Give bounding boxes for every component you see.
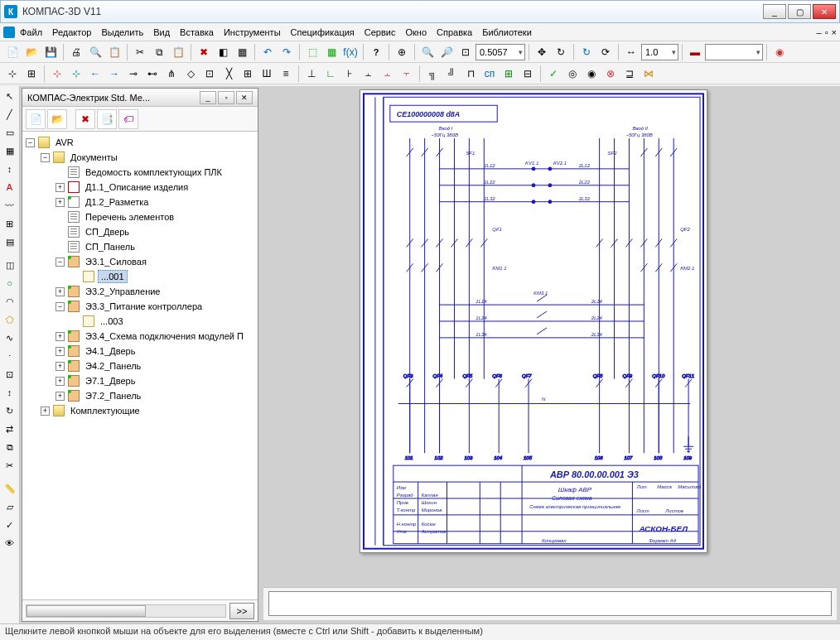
- print-icon[interactable]: 🖨: [67, 43, 85, 61]
- mdi-min-icon[interactable]: –: [817, 27, 822, 37]
- step-icon[interactable]: ↔: [622, 43, 640, 61]
- mdi-close-icon[interactable]: ×: [832, 27, 837, 37]
- back-icon[interactable]: ←: [86, 65, 104, 83]
- dim-f-icon[interactable]: ⫟: [398, 65, 416, 83]
- dim-e-icon[interactable]: ⫠: [379, 65, 397, 83]
- lib-icon[interactable]: ⬚: [303, 43, 321, 61]
- maximize-button[interactable]: ▢: [788, 4, 811, 19]
- panel-close-icon[interactable]: ✕: [236, 91, 253, 104]
- state-icon[interactable]: ◉: [770, 43, 789, 61]
- ck-b-icon[interactable]: ◎: [563, 65, 582, 83]
- rect-icon[interactable]: ▭: [2, 124, 18, 141]
- snap-h-icon[interactable]: Ш: [258, 65, 276, 83]
- menu-select[interactable]: Выделить: [96, 26, 148, 39]
- tree-item[interactable]: Э3.4_Схема подключения модулей П: [83, 330, 246, 342]
- move-icon[interactable]: ↕: [2, 384, 18, 401]
- tag-icon[interactable]: 🏷: [118, 109, 138, 129]
- tree-docs[interactable]: Документы: [68, 152, 120, 163]
- menu-window[interactable]: Окно: [400, 26, 432, 39]
- text-icon[interactable]: A: [2, 179, 18, 195]
- snap-b-icon[interactable]: ⊷: [143, 65, 162, 83]
- ptr-icon[interactable]: ↖: [2, 88, 18, 104]
- line-icon[interactable]: ╱: [2, 106, 18, 123]
- redo-icon[interactable]: ↷: [278, 43, 296, 61]
- menu-edit[interactable]: Редактор: [47, 26, 96, 39]
- menu-libraries[interactable]: Библиотеки: [477, 26, 537, 39]
- tree-root[interactable]: AVR: [53, 137, 76, 148]
- tree-item[interactable]: Перечень элементов: [83, 211, 176, 223]
- el-d-icon[interactable]: сп: [480, 65, 499, 83]
- project-tree[interactable]: −AVR −Документы Ведомость комплектующих …: [22, 132, 258, 599]
- snap-g-icon[interactable]: ⊞: [239, 65, 257, 83]
- close-button[interactable]: ✕: [813, 4, 836, 19]
- mirror-icon[interactable]: ⇄: [2, 421, 18, 437]
- proj-icon[interactable]: ⊡: [2, 366, 18, 383]
- snap-c-icon[interactable]: ⋔: [162, 65, 181, 83]
- command-input[interactable]: [268, 591, 832, 616]
- tree-item[interactable]: Д1.2_Разметка: [83, 196, 151, 208]
- tree-item[interactable]: Д1.1_Описание изделия: [83, 181, 191, 193]
- menu-tools[interactable]: Инструменты: [219, 26, 286, 39]
- layer-combo[interactable]: [705, 44, 763, 60]
- doc-icon[interactable]: 📋: [105, 43, 123, 61]
- check-icon[interactable]: ✓: [2, 517, 18, 533]
- el-a-icon[interactable]: ╗: [423, 65, 442, 83]
- el-e-icon[interactable]: ⊞: [500, 65, 518, 83]
- paste-icon[interactable]: 📋: [169, 43, 187, 61]
- canvas[interactable]: СЕ100000008 d8А Ввод I ~50Гц 380В Ввод I…: [260, 86, 840, 623]
- panel-max-icon[interactable]: ▫: [218, 91, 234, 104]
- help-icon[interactable]: ?: [367, 43, 385, 61]
- props-icon[interactable]: ◧: [214, 43, 232, 61]
- open-proj-icon[interactable]: 📂: [47, 109, 67, 129]
- el-f-icon[interactable]: ⊟: [519, 65, 537, 83]
- arc-icon[interactable]: ◠: [2, 293, 18, 310]
- preview-icon[interactable]: 🔍: [86, 43, 104, 61]
- snap-end-icon[interactable]: ⊹: [48, 65, 66, 83]
- view-icon[interactable]: 👁: [2, 535, 18, 551]
- var-icon[interactable]: ▦: [322, 43, 340, 61]
- pan-icon[interactable]: ✥: [533, 43, 551, 61]
- el-b-icon[interactable]: ╝: [442, 65, 461, 83]
- tree-item[interactable]: Э3.2_Управление: [83, 286, 162, 297]
- table-icon[interactable]: ⊞: [2, 215, 18, 232]
- mdi-restore-icon[interactable]: ▫: [825, 27, 828, 37]
- open-icon[interactable]: 📂: [22, 43, 41, 61]
- add-doc-icon[interactable]: 📑: [97, 109, 117, 129]
- snap-mid-icon[interactable]: ⊹: [67, 65, 85, 83]
- zoom-out-icon[interactable]: 🔎: [437, 43, 456, 61]
- copy-geo-icon[interactable]: ⧉: [2, 439, 18, 455]
- rot-icon[interactable]: ↻: [2, 402, 18, 419]
- hatch-icon[interactable]: ▦: [2, 142, 18, 159]
- tree-item[interactable]: Э7.1_Дверь: [83, 375, 138, 387]
- tree-item[interactable]: Э7.2_Панель: [83, 390, 143, 402]
- spline-icon[interactable]: 〰: [2, 197, 18, 214]
- zoom-combo[interactable]: 0.5057: [476, 44, 525, 60]
- h-scrollbar[interactable]: [26, 604, 226, 618]
- new-icon[interactable]: 📄: [3, 43, 22, 61]
- dim-icon[interactable]: ↕: [2, 161, 18, 177]
- cancel-icon[interactable]: ✖: [195, 43, 213, 61]
- tree-item[interactable]: Э4.1_Дверь: [83, 345, 138, 357]
- snap-e-icon[interactable]: ⊡: [200, 65, 219, 83]
- circle-icon[interactable]: ○: [2, 275, 18, 291]
- dim-d-icon[interactable]: ⫠: [360, 65, 378, 83]
- new-proj-icon[interactable]: 📄: [26, 109, 46, 129]
- curve-icon[interactable]: ∿: [2, 330, 18, 346]
- ck-f-icon[interactable]: ⋈: [640, 65, 658, 83]
- measure-icon[interactable]: 📏: [2, 480, 18, 497]
- step-combo[interactable]: 1.0: [641, 44, 678, 60]
- tree-item[interactable]: СП_Панель: [83, 241, 138, 253]
- fwd-icon[interactable]: →: [105, 65, 123, 83]
- del-icon[interactable]: ✖: [75, 109, 95, 129]
- point-icon[interactable]: ⋅: [2, 348, 18, 364]
- dim-c-icon[interactable]: ⊦: [340, 65, 359, 83]
- spec-icon[interactable]: ▤: [2, 233, 18, 250]
- menu-help[interactable]: Справка: [432, 26, 477, 39]
- snap-d-icon[interactable]: ◇: [181, 65, 200, 83]
- snap-icon[interactable]: ⊹: [3, 65, 22, 83]
- rebuild-icon[interactable]: ⟳: [596, 43, 615, 61]
- tree-komp[interactable]: Комплектующие: [68, 405, 142, 416]
- snap-f-icon[interactable]: ╳: [220, 65, 238, 83]
- menu-spec[interactable]: Спецификация: [286, 26, 360, 39]
- layers-icon[interactable]: ▦: [233, 43, 251, 61]
